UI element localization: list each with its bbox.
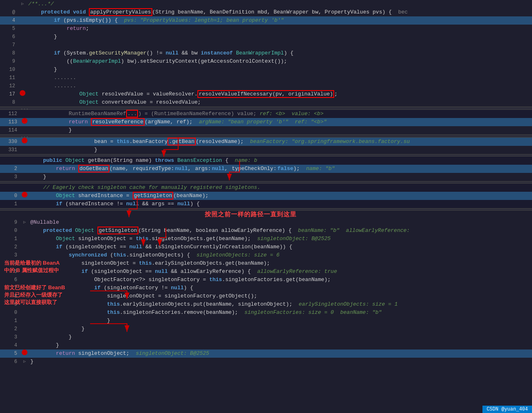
line-doGetBean: 2 return doGetBean(name, requiredType:nu… — [0, 165, 532, 173]
line-close2: 10 } — [0, 66, 532, 74]
line-synchronized: 3 synchronized (this.singletonObjects) {… — [0, 251, 532, 259]
line-protected-getSingleton: 0 protected Object getSingleton(String b… — [0, 227, 532, 235]
line-early-get: 4 singletonObject = this.earlySingletonO… — [0, 259, 532, 268]
line-if-singletonFactory: 7 if (singletonFactory != null) { — [0, 284, 532, 292]
line-beanwrapper: 9 ((BeanWrapperImpl) bw).setSecurityCont… — [0, 57, 532, 66]
bottom-status-bar: CSDN @yuan_404 — [482, 406, 532, 413]
line-if-singleton-null: 2 if (singletonObject == null && isSingl… — [0, 243, 532, 251]
line-close-if3: 4 } — [0, 341, 532, 349]
line-112: 112 RuntimeBeanNameRef...) = (RuntimeBea… — [0, 110, 532, 118]
beanA-annotation: 当前是给最初的 BeanA 中的 B 属性赋值过程中 — [4, 259, 60, 274]
line-factory-remove: 0 this.singletonFactories.remove(beanNam… — [0, 309, 532, 317]
line-resolvedValue: 17 Object resolvedValue = valueResolver.… — [0, 90, 532, 98]
line-blank1: 7 — [0, 41, 532, 49]
breakpoint-330 — [22, 138, 27, 143]
separator-1: ... — [0, 107, 532, 110]
resolveValue-highlight: resolveValueIfNecessary(pv, originalValu… — [197, 90, 334, 98]
doGetBean-highlight: doGetBean — [78, 165, 109, 172]
line-if-pvs: 4 if (pvs.isEmpty()) { pvs: "PropertyVal… — [0, 16, 532, 25]
line-singletonObject-get: 1 Object singletonObject = this.singleto… — [0, 235, 532, 243]
code-container: bec ▷ /**...*/ @ protected void applyPro… — [0, 0, 532, 413]
line-if-allow-early: 5 if (singletonObject == null && allowEa… — [0, 268, 532, 276]
line-if-singletonFactory-container: 7 if (singletonFactory != null) { 前文已经创建… — [0, 284, 532, 292]
line-early-put: 9 this.earlySingletonObjects.put(beanNam… — [0, 300, 532, 309]
line-close-method: 6 ▷ } — [0, 358, 532, 366]
breakpoint-return — [22, 349, 27, 355]
line-public-getbean: public Object getBean(String name) throw… — [0, 157, 532, 165]
resolveReference-highlight: resolveReference — [91, 118, 145, 126]
line-convertedValue: 8 Object convertedValue = resolvedValue; — [0, 98, 532, 107]
breakpoint-icon — [20, 90, 25, 96]
beanB-annotation: 前文已经创建好了 BeanB 并且已经存入一级缓存了 这里就可以直接获取了 — [4, 284, 65, 306]
line-factory-getObject: 8 singletonObject = singletonFactory.get… — [0, 292, 532, 300]
line-dots1: 11 ....... — [0, 74, 532, 82]
line-comment: ▷ /**...*/ — [0, 0, 532, 8]
line-331: 331 } — [0, 146, 532, 154]
annotation-title: 按照之前一样的路径一直到这里 — [205, 211, 297, 218]
line-return-singleton: 5 return singletonObject; singletonObjec… — [0, 349, 532, 358]
code-area: ▷ /**...*/ @ protected void applyPropert… — [0, 0, 532, 366]
line-close-if1: 1 } — [0, 317, 532, 325]
line-close-sync: 3 } — [0, 333, 532, 341]
line-113: 113 return resolveReference(argName, ref… — [0, 118, 532, 126]
line-sharedInstance: 0 Object sharedInstance = getSingleton(b… — [0, 192, 532, 200]
line-comment-singleton: // Eagerly check singleton cache for man… — [0, 184, 532, 192]
line-security: 8 if (System.getSecurityManager() != nul… — [0, 49, 532, 57]
line-dots2: 12 ....... — [0, 82, 532, 90]
line-return: 5 return; — [0, 25, 532, 33]
line-applyPropertyValues: @ protected void applyPropertyValues(Str… — [0, 8, 532, 16]
fold-icon-2[interactable]: ▷ — [23, 218, 26, 227]
fold-icon-3[interactable]: ▷ — [23, 358, 26, 366]
getSingleton2-highlight: getSingleton — [97, 227, 138, 234]
line-early-get-container: 4 singletonObject = this.earlySingletonO… — [0, 259, 532, 268]
breakpoint-113 — [22, 118, 27, 124]
annotation-title-row: 按照之前一样的路径一直到这里 — [0, 211, 532, 218]
fold-icon[interactable]: ▷ — [21, 0, 24, 8]
runtimebean-highlight: ... — [126, 110, 138, 118]
line-330: 330 bean = this.beanFactory.getBean(reso… — [0, 138, 532, 146]
breakpoint-shared — [22, 192, 27, 197]
beanFactory-highlight: .getBean — [168, 138, 195, 145]
line-nullable: 9 ▷ @Nullable — [0, 218, 532, 227]
line-close-if2: 2 } — [0, 325, 532, 333]
getSingleton-highlight: getSingleton — [133, 192, 174, 200]
line-close1: 6 } — [0, 33, 532, 41]
line-close-getbean: 3 } — [0, 173, 532, 181]
separator-2: ... — [0, 134, 532, 138]
line-if-shared: 1 if (sharedInstance != null && args == … — [0, 200, 532, 208]
line-114: 114 } — [0, 126, 532, 134]
line-singletonFactory: 6 ObjectFactory<?> singletonFactory = th… — [0, 276, 532, 284]
applyPropertyValues-highlight: applyPropertyValues — [89, 8, 152, 16]
